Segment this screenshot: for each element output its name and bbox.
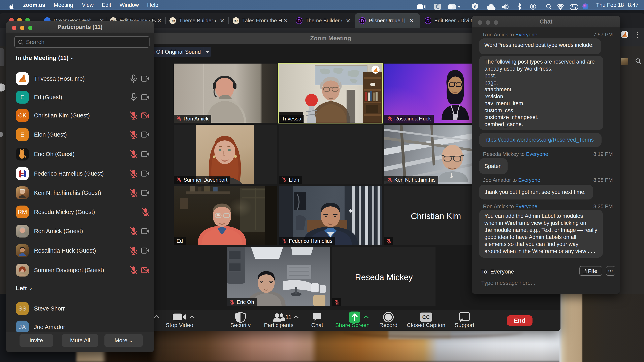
svg-text:S: S bbox=[474, 5, 476, 9]
